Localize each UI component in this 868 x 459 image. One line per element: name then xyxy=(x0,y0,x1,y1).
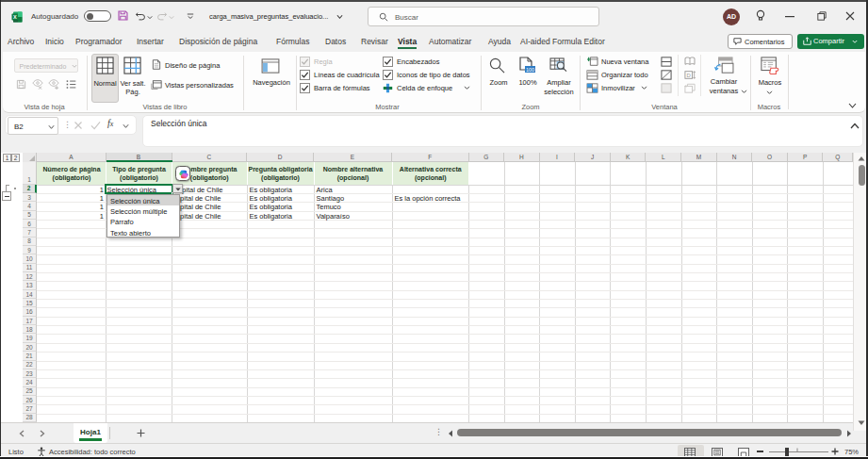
svg-text:D: D xyxy=(687,73,691,78)
svg-text:X: X xyxy=(13,14,17,20)
svg-text:100: 100 xyxy=(526,67,534,73)
